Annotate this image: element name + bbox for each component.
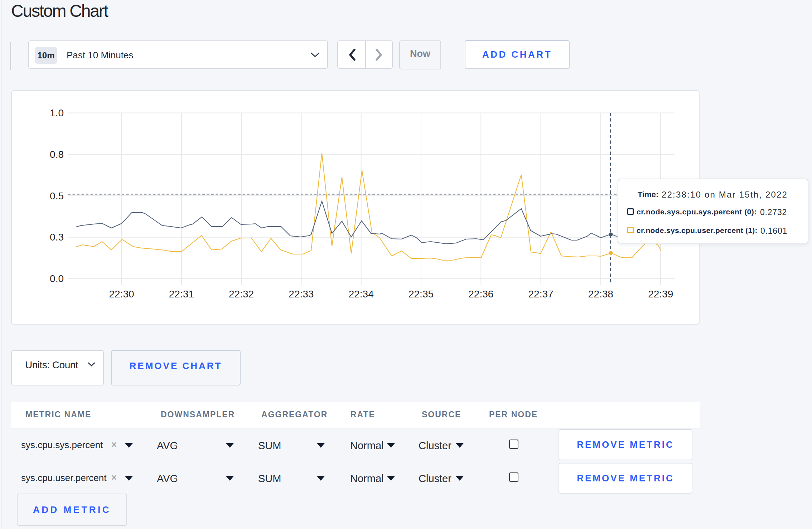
svg-text:22:36: 22:36 (468, 288, 493, 300)
svg-text:22:37: 22:37 (528, 288, 554, 300)
svg-text:22:38: 22:38 (588, 288, 613, 300)
svg-text:22:30: 22:30 (109, 288, 134, 300)
svg-text:22:31: 22:31 (169, 288, 194, 300)
svg-text:22:35: 22:35 (409, 288, 434, 300)
svg-text:22:39: 22:39 (648, 288, 673, 300)
svg-text:0.8: 0.8 (50, 149, 64, 160)
svg-text:1.0: 1.0 (50, 107, 64, 118)
svg-text:0.5: 0.5 (50, 190, 64, 202)
svg-text:0.0: 0.0 (50, 273, 64, 284)
svg-text:22:32: 22:32 (229, 288, 254, 300)
svg-text:22:34: 22:34 (349, 288, 374, 300)
svg-text:0.3: 0.3 (50, 232, 64, 243)
svg-text:22:33: 22:33 (289, 288, 314, 300)
